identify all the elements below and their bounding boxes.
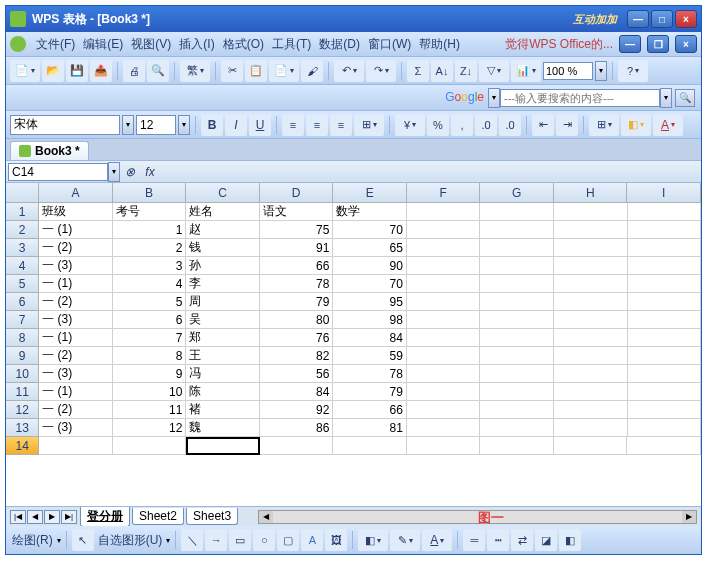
- help-button[interactable]: ?: [618, 60, 648, 82]
- print-preview-button[interactable]: 🔍: [147, 60, 169, 82]
- cell[interactable]: 语文: [260, 203, 334, 221]
- cell[interactable]: [480, 419, 554, 437]
- grid-body[interactable]: 1班级考号姓名语文数学2一 (1)1赵75703一 (2)2钱91654一 (3…: [6, 203, 701, 506]
- cell[interactable]: [554, 221, 628, 239]
- cell[interactable]: [628, 383, 701, 401]
- column-header[interactable]: I: [627, 183, 701, 202]
- menu-edit[interactable]: 编辑(E): [79, 34, 127, 55]
- cell[interactable]: 78: [333, 365, 407, 383]
- new-button[interactable]: 📄: [10, 60, 40, 82]
- cell[interactable]: 一 (1): [39, 221, 113, 239]
- save-button[interactable]: 💾: [66, 60, 88, 82]
- cell[interactable]: 84: [260, 383, 334, 401]
- underline-button[interactable]: U: [249, 114, 271, 136]
- cell[interactable]: 92: [260, 401, 334, 419]
- cell[interactable]: [260, 437, 334, 455]
- undo-button[interactable]: ↶: [334, 60, 364, 82]
- cell[interactable]: 84: [333, 329, 407, 347]
- sheet-nav-last[interactable]: ▶|: [61, 510, 77, 524]
- text-color-button[interactable]: A: [422, 529, 452, 551]
- cell[interactable]: 3: [113, 257, 187, 275]
- row-header[interactable]: 6: [6, 293, 39, 311]
- sum-button[interactable]: Σ: [407, 60, 429, 82]
- row-header[interactable]: 4: [6, 257, 39, 275]
- cell[interactable]: [480, 383, 554, 401]
- row-header[interactable]: 2: [6, 221, 39, 239]
- cell[interactable]: 李: [186, 275, 260, 293]
- cell[interactable]: 80: [260, 311, 334, 329]
- cell[interactable]: 79: [333, 383, 407, 401]
- title-bar[interactable]: WPS 表格 - [Book3 *] 互动加加 — □ ×: [6, 6, 701, 32]
- cell[interactable]: 一 (3): [39, 257, 113, 275]
- cell[interactable]: 一 (2): [39, 239, 113, 257]
- column-header[interactable]: B: [113, 183, 187, 202]
- open-button[interactable]: 📂: [42, 60, 64, 82]
- cell[interactable]: [480, 203, 554, 221]
- cell[interactable]: 5: [113, 293, 187, 311]
- border-button[interactable]: ⊞: [589, 114, 619, 136]
- sort-desc-button[interactable]: Z↓: [455, 60, 477, 82]
- cell[interactable]: [480, 221, 554, 239]
- cell[interactable]: [407, 221, 481, 239]
- sort-asc-button[interactable]: A↓: [431, 60, 453, 82]
- draw-menu[interactable]: 绘图(R): [10, 532, 55, 549]
- cell[interactable]: 孙: [186, 257, 260, 275]
- cell[interactable]: [628, 275, 701, 293]
- cell[interactable]: [186, 437, 260, 455]
- percent-button[interactable]: %: [427, 114, 449, 136]
- cell[interactable]: [407, 239, 481, 257]
- cell[interactable]: 12: [113, 419, 187, 437]
- row-header[interactable]: 11: [6, 383, 39, 401]
- maximize-button[interactable]: □: [651, 10, 673, 28]
- cell[interactable]: [480, 257, 554, 275]
- zoom-input[interactable]: [543, 62, 593, 80]
- cell[interactable]: [480, 311, 554, 329]
- horizontal-scrollbar[interactable]: 图一: [258, 510, 697, 524]
- cell[interactable]: 56: [260, 365, 334, 383]
- cell[interactable]: 82: [260, 347, 334, 365]
- cell[interactable]: 4: [113, 275, 187, 293]
- cell[interactable]: [407, 401, 481, 419]
- font-size-dropdown[interactable]: ▾: [178, 115, 190, 135]
- search-history-dropdown[interactable]: ▾: [660, 88, 672, 108]
- cell[interactable]: [554, 257, 628, 275]
- cell[interactable]: [628, 419, 701, 437]
- cell[interactable]: [554, 293, 628, 311]
- select-all-corner[interactable]: [6, 183, 39, 202]
- cell[interactable]: [628, 239, 701, 257]
- cell[interactable]: [407, 347, 481, 365]
- cell[interactable]: [554, 239, 628, 257]
- font-color-button[interactable]: A: [653, 114, 683, 136]
- cell[interactable]: [407, 275, 481, 293]
- fill-button[interactable]: ◧: [358, 529, 388, 551]
- cell[interactable]: [333, 437, 407, 455]
- cell[interactable]: [554, 275, 628, 293]
- menu-help[interactable]: 帮助(H): [415, 34, 464, 55]
- search-input[interactable]: [500, 89, 660, 107]
- cell[interactable]: 9: [113, 365, 187, 383]
- row-header[interactable]: 8: [6, 329, 39, 347]
- cell[interactable]: 赵: [186, 221, 260, 239]
- cell[interactable]: 一 (1): [39, 275, 113, 293]
- menu-data[interactable]: 数据(D): [315, 34, 364, 55]
- cell[interactable]: [407, 257, 481, 275]
- cell[interactable]: 冯: [186, 365, 260, 383]
- document-tab[interactable]: Book3 *: [10, 141, 89, 160]
- cell[interactable]: 周: [186, 293, 260, 311]
- cell[interactable]: 11: [113, 401, 187, 419]
- menu-format[interactable]: 格式(O): [219, 34, 268, 55]
- cell[interactable]: 78: [260, 275, 334, 293]
- menu-file[interactable]: 文件(F): [32, 34, 79, 55]
- cell[interactable]: [554, 203, 628, 221]
- cell[interactable]: [554, 347, 628, 365]
- cell[interactable]: [407, 365, 481, 383]
- cell[interactable]: 钱: [186, 239, 260, 257]
- cell[interactable]: 吴: [186, 311, 260, 329]
- name-box[interactable]: C14: [8, 163, 108, 181]
- cell[interactable]: [480, 275, 554, 293]
- italic-button[interactable]: I: [225, 114, 247, 136]
- rectangle-button[interactable]: ▭: [229, 529, 251, 551]
- cell[interactable]: 一 (2): [39, 293, 113, 311]
- currency-button[interactable]: ¥: [395, 114, 425, 136]
- font-dropdown[interactable]: ▾: [122, 115, 134, 135]
